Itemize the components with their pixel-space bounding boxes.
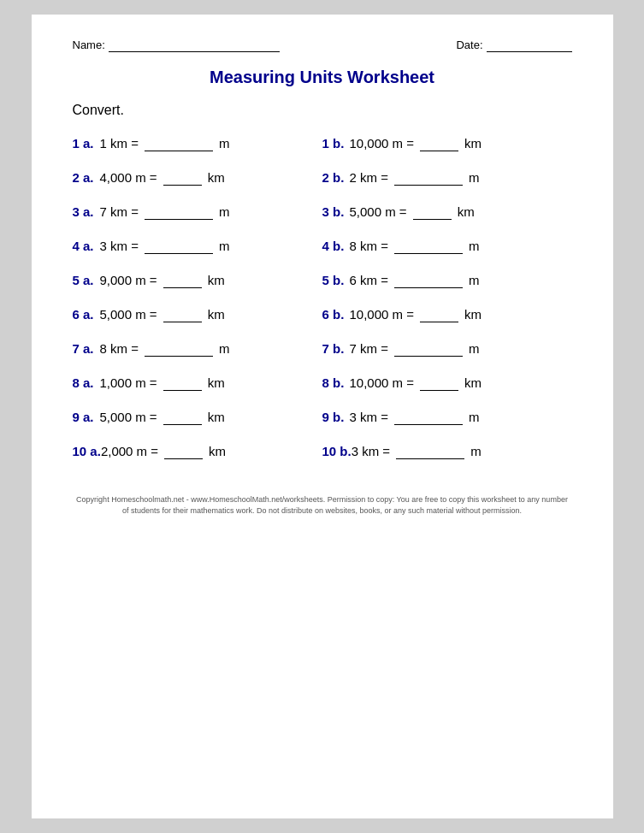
expression-text: 8 km =	[350, 239, 388, 253]
unit-label: km	[464, 375, 482, 390]
problem-row: 7 b.7 km = m	[322, 332, 572, 366]
expression-text: 7 km =	[350, 341, 388, 356]
problem-number: 4 a.	[73, 239, 100, 253]
answer-blank[interactable]	[163, 307, 202, 322]
problem-number: 6 b.	[322, 307, 350, 322]
expression-text: 9,000 m =	[100, 273, 157, 287]
answer-blank[interactable]	[163, 170, 202, 186]
problem-row: 2 a.4,000 m = km	[73, 161, 322, 195]
name-date-row: Name: Date:	[73, 38, 572, 52]
problem-expression: 4,000 m = km	[100, 170, 225, 186]
name-label: Name:	[73, 38, 105, 51]
unit-label: km	[208, 375, 225, 390]
problem-row: 6 b.10,000 m = km	[322, 298, 572, 332]
problem-expression: 3 km = m	[352, 444, 482, 459]
problem-row: 7 a.8 km = m	[73, 332, 322, 366]
problem-number: 10 b.	[322, 444, 352, 458]
problem-expression: 1 km = m	[100, 136, 230, 151]
problem-expression: 9,000 m = km	[100, 273, 225, 288]
answer-blank[interactable]	[164, 444, 203, 459]
answer-blank[interactable]	[145, 341, 213, 357]
problem-expression: 7 km = m	[100, 204, 230, 220]
unit-label: m	[219, 239, 230, 253]
problem-expression: 10,000 m = km	[350, 375, 482, 391]
problem-number: 10 a.	[73, 444, 101, 458]
answer-blank[interactable]	[394, 273, 463, 288]
answer-blank[interactable]	[396, 444, 464, 459]
problem-row: 2 b.2 km = m	[322, 161, 572, 195]
unit-label: km	[209, 444, 226, 458]
problem-number: 1 a.	[73, 136, 100, 151]
unit-label: m	[469, 239, 480, 253]
unit-label: km	[464, 307, 482, 322]
problem-number: 6 a.	[73, 307, 100, 322]
unit-label: m	[219, 341, 230, 356]
unit-label: m	[219, 136, 230, 151]
expression-text: 5,000 m =	[100, 307, 157, 322]
answer-blank[interactable]	[145, 239, 213, 254]
problem-number: 8 a.	[73, 375, 100, 390]
problem-row: 10 b.3 km = m	[322, 434, 572, 469]
expression-text: 2,000 m =	[101, 444, 158, 458]
problem-expression: 5,000 m = km	[100, 307, 225, 322]
problem-number: 5 b.	[322, 273, 350, 287]
problem-number: 7 b.	[322, 341, 350, 356]
problem-row: 6 a.5,000 m = km	[73, 298, 322, 332]
answer-blank[interactable]	[394, 341, 463, 357]
problem-expression: 10,000 m = km	[350, 136, 482, 151]
answer-blank[interactable]	[145, 204, 213, 220]
problem-expression: 8 km = m	[350, 239, 480, 254]
answer-blank[interactable]	[163, 273, 202, 288]
problem-row: 5 b.6 km = m	[322, 263, 572, 298]
expression-text: 2 km =	[350, 170, 388, 185]
problem-row: 4 a.3 km = m	[73, 229, 322, 263]
problem-expression: 7 km = m	[350, 341, 480, 357]
answer-blank[interactable]	[394, 410, 463, 425]
expression-text: 3 km =	[350, 410, 388, 424]
problem-number: 2 b.	[322, 170, 350, 185]
unit-label: m	[469, 341, 480, 356]
problem-row: 9 a.5,000 m = km	[73, 400, 322, 434]
answer-blank[interactable]	[420, 307, 458, 322]
answer-blank[interactable]	[420, 375, 458, 391]
answer-blank[interactable]	[394, 170, 463, 186]
problem-row: 3 a.7 km = m	[73, 195, 322, 229]
problem-expression: 1,000 m = km	[100, 375, 225, 391]
answer-blank[interactable]	[163, 375, 202, 391]
expression-text: 10,000 m =	[350, 307, 414, 322]
unit-label: m	[469, 273, 480, 287]
answer-blank[interactable]	[420, 136, 458, 151]
problem-number: 5 a.	[73, 273, 100, 287]
unit-label: m	[469, 170, 480, 185]
date-label: Date:	[456, 38, 482, 51]
expression-text: 4,000 m =	[100, 170, 157, 185]
problem-number: 4 b.	[322, 239, 350, 253]
expression-text: 8 km =	[100, 341, 139, 356]
problem-row: 5 a.9,000 m = km	[73, 263, 322, 298]
problem-number: 8 b.	[322, 375, 350, 390]
problem-expression: 8 km = m	[100, 341, 230, 357]
problem-expression: 6 km = m	[350, 273, 480, 288]
answer-blank[interactable]	[394, 239, 463, 254]
problem-row: 4 b.8 km = m	[322, 229, 572, 263]
expression-text: 6 km =	[350, 273, 388, 287]
problem-row: 9 b.3 km = m	[322, 400, 572, 434]
problem-row: 10 a.2,000 m = km	[73, 434, 322, 469]
problem-number: 9 b.	[322, 410, 350, 424]
expression-text: 7 km =	[100, 204, 139, 219]
name-underline	[109, 38, 280, 52]
problem-number: 3 b.	[322, 204, 350, 219]
unit-label: m	[470, 444, 482, 458]
answer-blank[interactable]	[413, 204, 452, 220]
answer-blank[interactable]	[163, 410, 202, 425]
unit-label: km	[464, 136, 482, 151]
problem-expression: 5,000 m = km	[350, 204, 475, 220]
unit-label: km	[208, 170, 225, 185]
expression-text: 1 km =	[100, 136, 139, 151]
name-field: Name:	[73, 38, 280, 52]
expression-text: 5,000 m =	[100, 410, 157, 424]
problem-expression: 10,000 m = km	[350, 307, 482, 322]
unit-label: km	[208, 307, 225, 322]
answer-blank[interactable]	[145, 136, 213, 151]
problem-number: 9 a.	[73, 410, 100, 424]
